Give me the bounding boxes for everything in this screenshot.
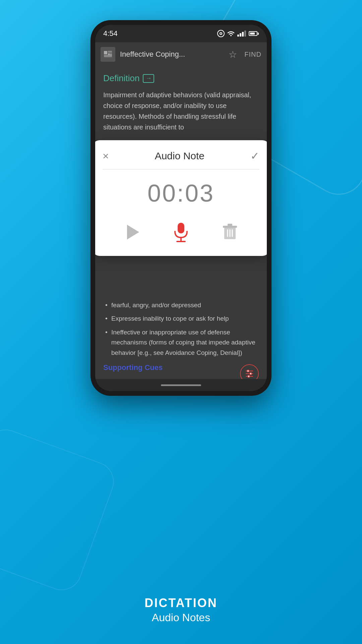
media-icon [217, 30, 225, 37]
phone-screen: 4:54 [95, 25, 267, 391]
phone-outer: 4:54 [90, 20, 272, 396]
bg-shape-2 [0, 424, 119, 596]
svg-rect-9 [178, 223, 184, 233]
home-indicator [161, 384, 201, 386]
status-bar: 4:54 [95, 25, 267, 42]
phone-mockup: 4:54 [90, 20, 272, 396]
definition-arrow-icon[interactable]: → [143, 74, 154, 83]
delete-icon [223, 224, 237, 240]
supporting-cues-label[interactable]: Supporting Cues [103, 363, 259, 372]
star-button[interactable]: ☆ [229, 49, 237, 60]
svg-rect-5 [108, 53, 112, 53]
svg-rect-8 [104, 56, 112, 57]
status-icons [217, 30, 259, 37]
bottom-title: DICTATION [144, 596, 218, 610]
menu-icon[interactable] [101, 47, 115, 62]
wifi-icon [227, 31, 235, 37]
modal-title: Audio Note [155, 150, 204, 162]
filter-icon [244, 368, 255, 379]
signal-icon [237, 31, 246, 37]
content-area: Definition → Impairment of adaptive beha… [95, 66, 267, 391]
bullet-item-3: Ineffective or inappropriate use of defe… [103, 327, 259, 358]
microphone-icon [172, 221, 190, 243]
definition-heading: Definition → [103, 73, 259, 84]
battery-icon [249, 31, 259, 36]
status-time: 4:54 [103, 29, 118, 38]
page-title: Ineffective Coping... [120, 50, 224, 59]
bottom-subtitle: Audio Notes [144, 611, 218, 624]
app-header: Ineffective Coping... ☆ FIND [95, 42, 267, 66]
bottom-label: DICTATION Audio Notes [144, 596, 218, 624]
svg-point-1 [220, 33, 222, 34]
audio-note-modal: × Audio Note ✓ 00:03 [95, 140, 267, 256]
delete-button[interactable] [221, 223, 239, 241]
modal-close-button[interactable]: × [103, 151, 109, 161]
bullet-item-2: Expresses inability to cope or ask for h… [103, 314, 259, 324]
svg-point-2 [230, 35, 232, 36]
svg-point-23 [248, 375, 250, 377]
bottom-content-area: fearful, angry, and/or depressed Express… [103, 300, 259, 372]
svg-rect-14 [228, 224, 232, 226]
modal-confirm-button[interactable]: ✓ [250, 150, 259, 162]
svg-point-21 [247, 370, 249, 372]
svg-point-22 [250, 373, 252, 375]
navigation-bar [95, 379, 267, 391]
definition-text: Impairment of adaptive behaviors (valid … [103, 90, 259, 132]
find-button[interactable]: FIND [244, 51, 261, 58]
audio-controls [103, 220, 259, 244]
modal-header: × Audio Note ✓ [103, 150, 259, 162]
svg-rect-3 [104, 51, 107, 54]
svg-rect-7 [104, 55, 112, 56]
audio-timer: 00:03 [103, 179, 259, 207]
modal-divider [103, 169, 259, 169]
play-icon [127, 225, 139, 239]
play-button[interactable] [123, 223, 141, 241]
microphone-button[interactable] [169, 220, 193, 244]
bullet-item-1: fearful, angry, and/or depressed [103, 300, 259, 310]
svg-rect-4 [108, 51, 112, 52]
